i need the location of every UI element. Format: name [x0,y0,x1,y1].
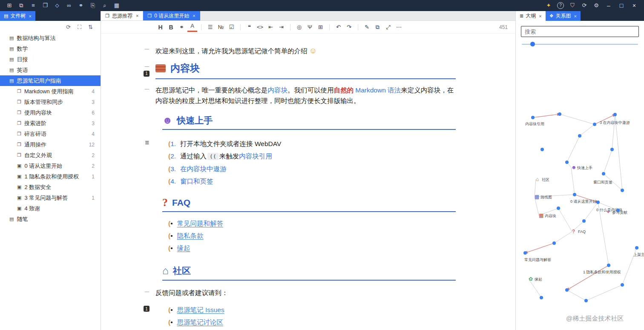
maximize-icon[interactable]: □ [615,0,628,11]
close-icon[interactable]: × [136,13,138,18]
tree-item[interactable]: ❐使用内容块6 [0,107,101,118]
open-window-icon[interactable]: ⧉ [373,21,382,33]
list-gutter-badge[interactable]: 1 [144,306,150,312]
minimize-icon[interactable]: – [602,0,615,11]
graph-node[interactable] [557,207,560,210]
tab-doc-start-here[interactable]: ❐ 0 请从这里开始 × [143,11,200,20]
appearance-icon[interactable]: A [187,23,197,32]
record-icon[interactable]: Ψ [305,21,315,33]
table-icon[interactable]: ⊞ [316,21,325,33]
settings-icon[interactable]: ⚙ [590,0,602,11]
link[interactable]: 常见问题和解答 [177,217,224,230]
sync-icon[interactable]: ⟳ [578,0,590,11]
sort-icon[interactable]: ⇅ [88,24,93,31]
graph-node[interactable] [558,112,561,116]
indent-icon[interactable]: ⇥ [276,21,286,33]
block-ref[interactable]: 内容块引用 [239,152,272,160]
list-item[interactable]: (2. 通过输入((来触发内容块引用 [155,150,456,163]
heading[interactable]: 内容块 [155,62,456,79]
graph-node-label[interactable]: 内容块引用 [525,121,544,127]
tree-item[interactable]: ▣0 请从这里开始2 [0,161,101,171]
ordered-list[interactable]: (1. 打开本地文件夹或者连接 WebDAV (2. 通过输入((来触发内容块引… [155,138,456,187]
tag-icon[interactable]: ⬦ [51,0,63,11]
tab-outline[interactable]: ≣ 大纲 × [516,11,546,21]
outline-icon[interactable]: ≡ [27,0,39,11]
tree-item[interactable]: ▤英语 [0,65,101,75]
tree-item[interactable]: ▤随笔 [0,214,101,224]
panels-icon[interactable]: ⊞ [3,0,15,11]
graph-node[interactable] [621,283,624,287]
graph-node[interactable] [582,219,586,223]
undo-icon[interactable]: ↶ [334,21,343,33]
graph-node-icon[interactable]: ⌂ [536,176,539,182]
heading-level-badge[interactable]: 1 [144,71,150,77]
graph-node-label[interactable]: 1 隐私条款和使用授权 [583,270,621,275]
refresh-icon[interactable]: ⟳ [66,24,71,31]
redo-icon[interactable]: ↷ [344,21,354,33]
paragraph[interactable]: 欢迎来到这里，请允许我为思源笔记做个简单的介绍 ☺ [155,45,456,57]
list-item[interactable]: (• 缘起 [155,242,456,254]
graph-node-label[interactable]: FAQ [578,230,586,234]
list-item[interactable]: (• 思源笔记讨论区 [155,316,456,328]
template-icon[interactable]: ▦ [111,0,123,11]
graph-node[interactable] [531,116,535,119]
graph-node-label[interactable]: 窗口和页签 [593,180,612,185]
tree-item[interactable]: ❐通用操作12 [0,139,101,150]
graph-node[interactable] [635,246,638,250]
paragraph[interactable]: 反馈问题或者建议请到： [155,287,456,298]
heading[interactable]: ? FAQ [162,197,456,212]
list-gutter-icon[interactable]: ≣ [145,140,150,146]
search-icon[interactable]: ⌕ [99,0,111,11]
graph-node-icon[interactable]: ✦ [606,209,610,215]
graph-node-label[interactable]: 常见问题与解答 [524,257,551,263]
graph-node[interactable] [596,201,600,204]
graph-node[interactable] [573,193,576,196]
link-icon[interactable]: ⚭ [75,0,87,11]
bullet-list[interactable]: (• 思源笔记 Issues (• 思源笔记讨论区 (• 思源笔记客服邮箱 [155,304,456,330]
copy-icon[interactable]: ⎘ [87,0,99,11]
link-icon[interactable]: ⚭ [177,21,187,33]
tab-file-tree[interactable]: ▤ 文件树 × [0,11,35,21]
lock-icon[interactable]: ⛉ [566,0,578,11]
editor-content[interactable]: 一 欢迎来到这里，请允许我为思源笔记做个简单的介绍 ☺ 一 1 内容块 [101,34,515,330]
graph-node[interactable] [578,134,581,138]
close-icon[interactable]: × [628,0,641,11]
tree-item[interactable]: ❐Markdown 使用指南4 [0,86,101,97]
edit-icon[interactable]: ✎ [362,21,372,33]
heading[interactable]: ☻ 快速上手 [162,115,456,130]
list-item[interactable]: (• 常见问题和解答 [155,217,456,230]
tree-item[interactable]: ❐碎言碎语4 [0,129,101,139]
tree-item[interactable]: ▣3 常见问题与解答1 [0,192,101,203]
tree-item[interactable]: ▤数学 [0,43,101,54]
graph-node[interactable] [621,189,624,192]
graph-node[interactable] [540,296,543,299]
list-item[interactable]: (4. 窗口和页签 [155,175,456,187]
gift-icon[interactable]: ✦ [543,0,555,11]
graph-node-label[interactable]: 路线图 [540,195,552,200]
graph-node-label[interactable]: 0 请从这里开始 [570,199,597,204]
graph-node-label[interactable]: 快速上手 [577,165,592,171]
focus-icon[interactable]: ⛶ [78,24,81,31]
graph-node-icon[interactable]: ? [572,229,575,235]
quote-icon[interactable]: ❝ [244,21,254,33]
graph-canvas[interactable]: 内容块引用3 在内容块中遨游窗口和页签☻快速上手⌂社区▩路线图0 请从这里开始0… [516,21,644,330]
bullet-list[interactable]: (• 常见问题和解答 (• 隐私条款 (• 缘起 [155,217,456,254]
graph-node-label[interactable]: 内容块 [545,213,556,219]
graph-node-icon[interactable]: ✿ [529,276,533,282]
graph-node[interactable] [552,241,556,245]
graph-node[interactable] [610,148,614,151]
tree-item[interactable]: ❐自定义外观2 [0,150,101,161]
graph-node-label[interactable]: 参与贡献 [612,210,627,215]
help-icon[interactable]: ? [557,2,564,9]
block-gutter-marker[interactable]: 一 [144,47,150,52]
link[interactable]: 思源笔记讨论区 [177,316,224,328]
graph-node[interactable] [616,209,620,212]
graph-node[interactable] [607,264,610,267]
graph-node[interactable] [565,161,569,164]
list-item[interactable]: (• 隐私条款 [155,230,456,242]
link[interactable]: 隐私条款 [177,230,204,242]
tab-graph[interactable]: ❖ 关系图 × [546,11,581,21]
graph-node[interactable] [584,299,588,302]
graph-node-icon[interactable]: ▩ [535,194,539,200]
graph-node[interactable] [593,123,596,126]
